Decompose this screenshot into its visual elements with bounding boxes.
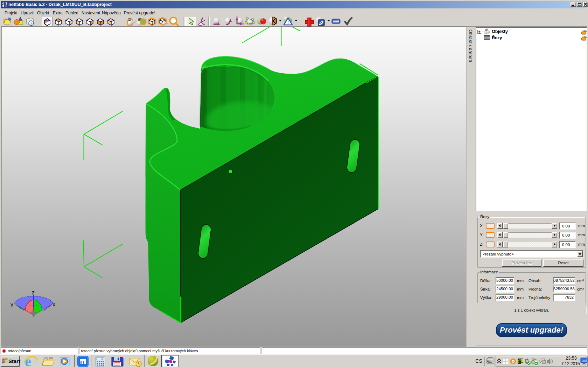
svg-text:Řezy: Řezy (492, 35, 502, 40)
svg-text:CS: CS (475, 358, 482, 364)
svg-text:x: x (52, 301, 55, 307)
svg-text:23:53: 23:53 (566, 356, 576, 361)
svg-text:i: i (31, 21, 32, 25)
svg-text:Objekty: Objekty (492, 29, 508, 34)
svg-text:y: y (10, 301, 13, 307)
svg-text:z: z (32, 289, 35, 295)
svg-text:7.12.2015: 7.12.2015 (561, 361, 580, 366)
svg-text:Start: Start (8, 358, 20, 364)
